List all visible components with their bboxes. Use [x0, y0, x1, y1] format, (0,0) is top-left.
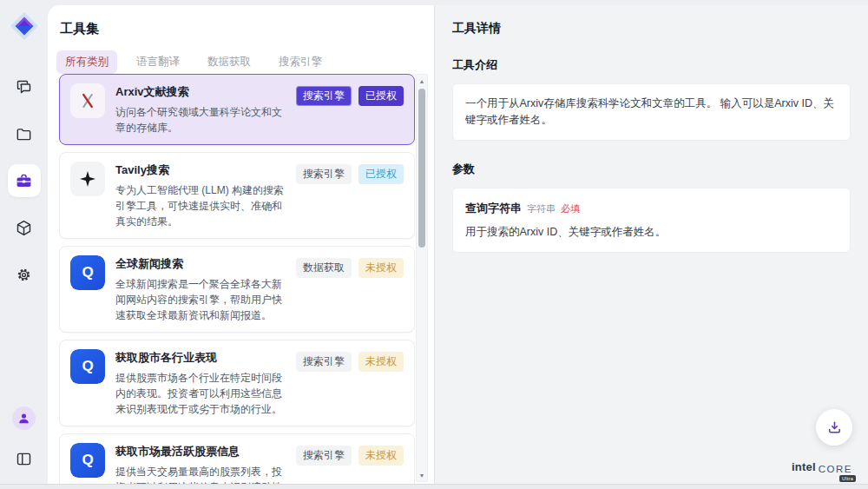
- tool-card[interactable]: Arxiv文献搜索 访问各个研究领域大量科学论文和文章的存储库。 搜索引擎 已授…: [59, 74, 415, 145]
- category-badge: 搜索引擎: [296, 164, 352, 184]
- tool-name: 获取市场最活跃股票信息: [115, 444, 286, 459]
- tool-name: 全球新闻搜索: [115, 256, 286, 272]
- auth-status-badge: 已授权: [358, 86, 404, 106]
- category-badge: 数据获取: [296, 258, 352, 278]
- core-ultra-badge: Ultra: [839, 475, 856, 482]
- param-required-badge: 必填: [561, 203, 580, 214]
- main-window: 工具集 所有类别语言翻译数据获取搜索引擎 Arxiv文献搜索 访问各个研究领域大…: [48, 5, 868, 484]
- star-icon: [70, 162, 105, 196]
- tab-1[interactable]: 所有类别: [56, 50, 117, 74]
- category-badge: 搜索引擎: [296, 446, 352, 466]
- intro-heading: 工具介绍: [452, 57, 851, 73]
- tool-card-list: Arxiv文献搜索 访问各个研究领域大量科学论文和文章的存储库。 搜索引擎 已授…: [59, 74, 415, 484]
- settings-gear-icon[interactable]: [8, 258, 41, 291]
- tab-3[interactable]: 数据获取: [199, 50, 260, 74]
- category-tabs: 所有类别语言翻译数据获取搜索引擎: [56, 50, 434, 74]
- download-button[interactable]: [816, 409, 852, 446]
- param-header: 查询字符串字符串必填: [465, 200, 838, 217]
- intel-brand-text: intel: [792, 460, 816, 473]
- auth-status-badge: 未授权: [358, 258, 404, 278]
- qnews-icon: Q: [70, 255, 105, 290]
- cube-icon[interactable]: [8, 211, 41, 244]
- intro-card: 一个用于从Arxiv存储库搜索科学论文和文章的工具。 输入可以是Arxiv ID…: [452, 83, 851, 141]
- app-logo-gem-icon[interactable]: [10, 11, 39, 41]
- tool-description: 专为人工智能代理 (LLM) 构建的搜索引擎工具，可快速提供实时、准确和真实的结…: [115, 182, 286, 229]
- chat-icon[interactable]: [8, 70, 41, 103]
- tool-description: 全球新闻搜索是一个聚合全球各大新闻网站内容的搜索引擎，帮助用户快速获取全球最新资…: [115, 276, 286, 323]
- scrollbar-thumb[interactable]: [418, 89, 425, 248]
- param-name: 查询字符串: [465, 202, 522, 215]
- params-heading: 参数: [452, 162, 851, 177]
- tool-description: 提供股票市场各个行业在特定时间段内的表现。投资者可以利用这些信息来识别表现优于或…: [115, 370, 286, 417]
- folder-icon[interactable]: [8, 117, 41, 150]
- detail-title: 工具详情: [452, 21, 851, 36]
- tool-card[interactable]: Tavily搜索 专为人工智能代理 (LLM) 构建的搜索引擎工具，可快速提供实…: [59, 152, 415, 239]
- tool-name: Arxiv文献搜索: [115, 84, 286, 100]
- scrollbar-down-arrow[interactable]: ▼: [417, 470, 427, 480]
- user-avatar-icon[interactable]: [12, 406, 36, 430]
- left-nav-rail: [0, 0, 48, 484]
- tab-2[interactable]: 语言翻译: [128, 50, 188, 74]
- category-badge: 搜索引擎: [296, 86, 352, 106]
- auth-status-badge: 未授权: [358, 352, 404, 372]
- toolbox-icon[interactable]: [8, 164, 41, 197]
- scrollbar[interactable]: ▲ ▼: [416, 74, 428, 482]
- auth-status-badge: 未授权: [358, 446, 404, 466]
- param-description: 用于搜索的Arxiv ID、关键字或作者姓名。: [465, 224, 838, 241]
- tool-name: Tavily搜索: [115, 162, 286, 178]
- tool-card[interactable]: Q 获取市场最活跃股票信息 提供当天交易量最高的股票列表，投资者可以利用这些信息…: [59, 433, 415, 484]
- scrollbar-up-arrow[interactable]: ▲: [417, 76, 427, 86]
- tool-list-pane: 工具集 所有类别语言翻译数据获取搜索引擎 Arxiv文献搜索 访问各个研究领域大…: [48, 5, 434, 484]
- split-panel-icon[interactable]: [8, 442, 41, 475]
- tool-detail-pane: 工具详情 工具介绍 一个用于从Arxiv存储库搜索科学论文和文章的工具。 输入可…: [434, 5, 868, 484]
- qnews-icon: Q: [70, 443, 105, 478]
- intel-core-logo: intel CORE Ultra: [792, 460, 854, 476]
- qnews-icon: Q: [70, 349, 105, 384]
- auth-status-badge: 已授权: [358, 164, 404, 184]
- tool-card[interactable]: Q 获取股市各行业表现 提供股票市场各个行业在特定时间段内的表现。投资者可以利用…: [59, 340, 415, 426]
- download-icon: [826, 420, 843, 436]
- param-card: 查询字符串字符串必填 用于搜索的Arxiv ID、关键字或作者姓名。: [452, 188, 851, 254]
- tool-description: 提供当天交易量最高的股票列表，投资者可以利用这些信息来识别流动性强的股票和潜在的…: [115, 464, 286, 484]
- category-badge: 搜索引擎: [296, 352, 352, 372]
- tab-4[interactable]: 搜索引擎: [270, 50, 331, 74]
- core-brand-text: CORE: [819, 464, 852, 474]
- param-type: 字符串: [527, 203, 556, 214]
- page-title: 工具集: [60, 21, 434, 37]
- arxiv-icon: [70, 83, 105, 118]
- tool-description: 访问各个研究领域大量科学论文和文章的存储库。: [115, 104, 286, 135]
- tool-name: 获取股市各行业表现: [115, 350, 286, 366]
- window-bottom-edge: [0, 484, 868, 489]
- tool-card[interactable]: Q 全球新闻搜索 全球新闻搜索是一个聚合全球各大新闻网站内容的搜索引擎，帮助用户…: [59, 246, 415, 333]
